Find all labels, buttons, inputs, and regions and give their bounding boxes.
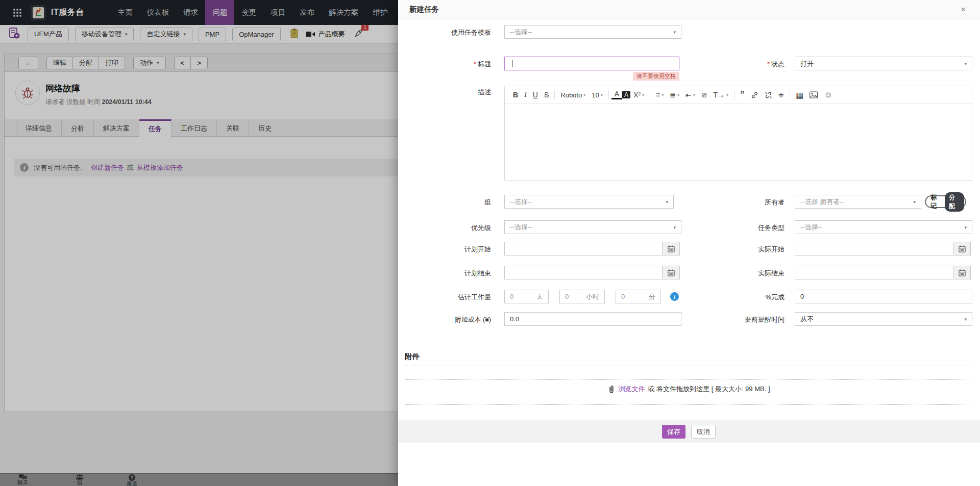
group-select[interactable]: --选择-- ▾	[504, 195, 674, 209]
line-spacing-icon[interactable]: ≑	[775, 91, 788, 99]
font-color-icon[interactable]: A	[611, 90, 622, 99]
percent-complete-input[interactable]: 0	[795, 290, 972, 303]
owner-select[interactable]: --选择 拥有者-- ▾	[795, 195, 921, 209]
effort-info-icon[interactable]: i	[670, 292, 679, 301]
text-cursor	[512, 60, 512, 67]
chevron-down-icon: ▾	[964, 61, 967, 66]
description-label: 描述	[409, 88, 491, 97]
scheduled-end-label: 计划结束	[409, 269, 491, 278]
attachment-dropzone[interactable]: 浏览文件 或 将文件拖放到这里 [ 最大大小: 99 MB. ]	[398, 385, 980, 394]
paperclip-icon	[608, 385, 615, 394]
modal-header: 新建任务 ×	[398, 0, 980, 19]
chevron-down-icon: ▾	[673, 30, 676, 35]
task-type-label: 任务类型	[713, 223, 785, 233]
scheduled-end-calendar-icon[interactable]	[662, 266, 680, 279]
cancel-button[interactable]: 取消	[691, 425, 716, 439]
chevron-down-icon: ▾	[673, 225, 676, 230]
unlink-icon[interactable]	[762, 91, 775, 99]
actual-end-input[interactable]	[795, 266, 953, 279]
scheduled-start-input[interactable]	[504, 242, 663, 255]
task-title-input[interactable]	[504, 57, 679, 70]
owner-label: 所有者	[713, 198, 785, 207]
group-label: 组	[409, 198, 491, 207]
status-select[interactable]: 打开 ▾	[795, 57, 972, 70]
list-icon[interactable]: ≣▾	[667, 91, 682, 99]
assign-option[interactable]: 分配	[945, 192, 964, 212]
blockquote-icon[interactable]: ”	[737, 90, 748, 100]
link-icon[interactable]	[748, 91, 762, 99]
indent-icon[interactable]: ⇤▾	[682, 91, 698, 99]
no-spaces-tooltip: 请不要使用空格	[633, 72, 679, 81]
align-icon[interactable]: ≡▾	[653, 91, 667, 99]
font-family-select[interactable]: Roboto▾	[557, 91, 589, 99]
scheduled-start-label: 计划开始	[409, 245, 491, 254]
template-select[interactable]: --选择-- ▾	[504, 25, 681, 39]
bold-icon[interactable]: B	[510, 91, 521, 99]
priority-select[interactable]: --选择-- ▾	[504, 220, 681, 234]
chevron-down-icon: ▾	[964, 225, 967, 230]
status-label: *状态	[713, 60, 785, 69]
browse-files-link[interactable]: 浏览文件	[618, 385, 645, 394]
percent-complete-label: %完成	[713, 293, 785, 302]
dropzone-border-bottom	[405, 404, 972, 405]
scheduled-start-calendar-icon[interactable]	[662, 242, 680, 255]
insert-table-icon[interactable]: ▦	[793, 90, 806, 100]
section-divider	[405, 366, 972, 366]
editor-toolbar: B I U S Roboto▾ 10▾ A A X²▾ ≡▾ ≣▾ ⇤▾ ⊘ T…	[505, 86, 972, 104]
chevron-down-icon: ▾	[666, 199, 668, 204]
actual-end-calendar-icon[interactable]	[953, 266, 971, 279]
additional-cost-input[interactable]: 0.0	[504, 312, 681, 326]
highlight-color-icon[interactable]: A	[622, 91, 630, 98]
template-label: 使用任务模板	[409, 28, 491, 37]
modal-footer: 保存 取消	[398, 420, 980, 443]
emoji-icon[interactable]: ☺	[821, 90, 835, 99]
priority-label: 优先级	[409, 223, 491, 233]
strikethrough-icon[interactable]: S	[541, 91, 552, 99]
clear-format-icon[interactable]: ⊘	[698, 91, 710, 99]
text-direction-icon[interactable]: T→▾	[710, 91, 731, 99]
modal-title: 新建任务	[409, 5, 439, 14]
underline-icon[interactable]: U	[530, 91, 541, 99]
description-editor[interactable]: B I U S Roboto▾ 10▾ A A X²▾ ≡▾ ≣▾ ⇤▾ ⊘ T…	[504, 86, 972, 181]
actual-end-label: 实际结束	[713, 269, 785, 278]
chevron-down-icon: ▾	[964, 317, 967, 322]
mark-option[interactable]: 标记	[926, 193, 945, 211]
save-button[interactable]: 保存	[662, 425, 685, 439]
effort-days-input[interactable]: 0 天	[504, 290, 549, 303]
actual-start-input[interactable]	[795, 242, 953, 255]
font-size-select[interactable]: 10▾	[589, 91, 605, 99]
additional-cost-label: 附加成本 (¥)	[409, 315, 491, 324]
insert-image-icon[interactable]	[806, 91, 821, 98]
effort-hours-input[interactable]: 0 小时	[559, 290, 605, 303]
effort-minutes-input[interactable]: 0 分	[616, 290, 661, 303]
italic-icon[interactable]: I	[521, 91, 530, 99]
actual-start-calendar-icon[interactable]	[953, 242, 971, 255]
title-label: *标题	[409, 60, 491, 69]
attachments-section-title: 附件	[405, 352, 420, 362]
superscript-icon[interactable]: X²▾	[630, 91, 647, 99]
dropzone-hint: 或 将文件拖放到这里 [ 最大大小: 99 MB. ]	[648, 385, 770, 394]
dropzone-border-top	[405, 379, 972, 380]
scheduled-end-input[interactable]	[504, 266, 663, 279]
mark-assign-toggle[interactable]: 标记 分配	[925, 195, 966, 208]
chevron-down-icon: ▾	[913, 199, 916, 204]
description-editor-body[interactable]	[505, 104, 972, 181]
actual-start-label: 实际开始	[713, 245, 785, 254]
remind-before-label: 提前提醒时间	[713, 315, 785, 324]
close-icon[interactable]: ×	[961, 5, 966, 15]
new-task-modal: 新建任务 × 使用任务模板 --选择-- ▾ *标题 请不要使用空格 *状态 打…	[398, 0, 980, 486]
remind-before-select[interactable]: 从不 ▾	[795, 312, 972, 326]
estimated-effort-label: 估计工作量	[409, 293, 491, 302]
task-type-select[interactable]: --选择-- ▾	[795, 220, 972, 234]
